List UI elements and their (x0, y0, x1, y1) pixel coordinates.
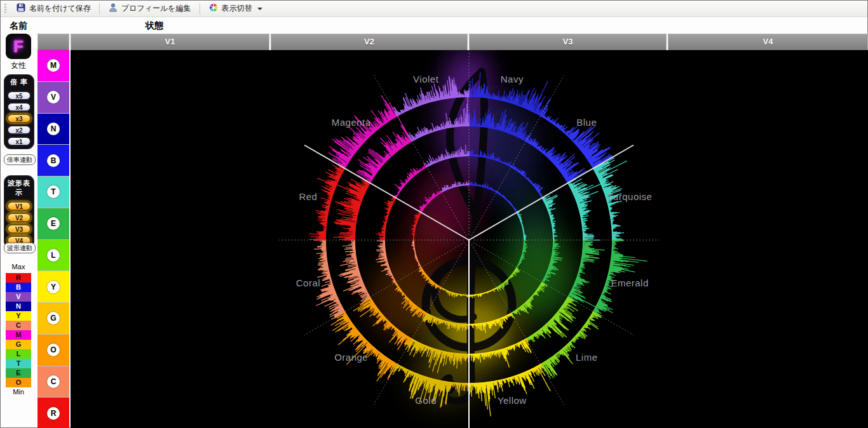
radial-waveform-chart: NavyBlueTurquoiseEmeraldLimeYellowGoldOr… (71, 50, 868, 428)
pitch-cell-l[interactable]: L (37, 240, 69, 272)
wave-v2-button[interactable]: V2 (7, 213, 31, 222)
scale-band-c: C (6, 321, 31, 330)
column-header-v1[interactable]: V1 (71, 34, 269, 50)
pitch-letter: E (47, 217, 60, 230)
scale-band-v: V (6, 292, 31, 302)
color-wheel-icon (208, 3, 219, 15)
scale-band-g: G (6, 340, 31, 349)
profile-initial: F (13, 37, 24, 57)
toolbar-grip[interactable] (4, 4, 6, 14)
sector-label-yellow: Yellow (498, 395, 527, 406)
wave-v1-button[interactable]: V1 (7, 201, 31, 211)
pitch-cell-t[interactable]: T (37, 177, 69, 208)
pitch-cell-n[interactable]: N (37, 114, 69, 145)
mag-x4-button[interactable]: x4 (7, 102, 31, 112)
pitch-cell-g[interactable]: G (37, 303, 69, 335)
pitch-letter: V (47, 91, 60, 104)
scale-band-n: N (6, 302, 31, 311)
sector-label-lime: Lime (576, 352, 598, 363)
scale-band-r: R (6, 273, 31, 283)
pitch-cell-b[interactable]: B (37, 145, 69, 177)
wave-v3-button[interactable]: V3 (7, 224, 31, 234)
mag-x5-button[interactable]: x5 (7, 91, 31, 100)
pitch-cell-r[interactable]: R (37, 398, 69, 428)
pitch-cell-y[interactable]: Y (37, 271, 69, 303)
pitch-letter: R (47, 407, 60, 420)
pitch-letter: Y (47, 281, 60, 293)
scale-band-b: B (6, 283, 31, 292)
pitch-letter: M (47, 59, 60, 72)
app-window: 名前を付けて保存 プロフィールを編集 (0, 0, 868, 428)
save-as-button[interactable]: 名前を付けて保存 (11, 2, 95, 16)
name-column-title: 名前 (10, 20, 27, 32)
pitch-color-column: M V N B T E L Y G O C R (37, 50, 69, 428)
magnification-group: 倍 率 x5 x4 x3 x2 x1 (4, 75, 34, 149)
pitch-cell-m[interactable]: M (37, 50, 69, 82)
display-toggle-dropdown[interactable]: 表示切替 (204, 2, 267, 16)
sector-label-blue: Blue (576, 117, 597, 128)
waveform-canvas: NavyBlueTurquoiseEmeraldLimeYellowGoldOr… (71, 50, 868, 428)
sector-label-red: Red (299, 191, 317, 202)
toolbar-separator (99, 3, 100, 15)
scale-band-l: L (6, 349, 31, 359)
scale-band-e: E (6, 368, 31, 378)
pitch-letter: L (47, 249, 60, 262)
status-section-title: 状態 (146, 20, 163, 32)
waveform-link-button[interactable]: 波形連動 (4, 243, 36, 253)
column-header-v4[interactable]: V4 (668, 34, 868, 50)
pitch-cell-e[interactable]: E (37, 208, 69, 240)
sector-label-emerald: Emerald (611, 278, 648, 288)
sector-label-violet: Violet (413, 74, 439, 84)
pitch-letter: G (47, 312, 60, 324)
sector-label-gold: Gold (415, 395, 437, 406)
chevron-down-icon (257, 8, 262, 10)
mag-x1-button[interactable]: x1 (7, 137, 31, 146)
save-as-label: 名前を付けて保存 (29, 3, 91, 14)
mag-x2-button[interactable]: x2 (7, 125, 31, 135)
profile-avatar[interactable]: F (6, 34, 31, 59)
scale-max-label: Max (1, 263, 36, 271)
column-header-v3[interactable]: V3 (469, 34, 667, 50)
magnification-title: 倍 率 (4, 76, 34, 89)
sector-label-navy: Navy (501, 74, 524, 84)
pitch-letter: C (47, 375, 60, 388)
sector-label-magenta: Magenta (332, 117, 371, 128)
edit-profile-label: プロフィールを編集 (121, 3, 191, 14)
scale-band-t: T (6, 359, 31, 368)
sector-label-orange: Orange (334, 352, 368, 363)
waveform-group: 波形表示 V1 V2 V3 V4 (4, 176, 34, 248)
mag-x3-button[interactable]: x3 (7, 114, 31, 123)
save-icon (16, 3, 26, 15)
toolbar-separator-2 (200, 3, 200, 15)
scale-band-y: Y (6, 311, 31, 321)
person-icon (108, 3, 118, 15)
sector-label-coral: Coral (296, 278, 320, 288)
edit-profile-button[interactable]: プロフィールを編集 (104, 2, 196, 16)
gender-label: 女性 (1, 60, 36, 71)
display-toggle-label: 表示切替 (222, 3, 252, 14)
waveform-title: 波形表示 (4, 177, 34, 199)
magnification-link-button[interactable]: 倍率連動 (4, 154, 36, 165)
scale-band-m: M (6, 330, 31, 340)
toolbar: 名前を付けて保存 プロフィールを編集 (1, 1, 867, 17)
scale-min-label: Min (1, 388, 36, 396)
pitch-letter: B (47, 154, 60, 167)
pitch-letter: O (47, 344, 60, 356)
pitch-cell-c[interactable]: C (37, 366, 69, 398)
scale-band-o: O (6, 378, 31, 387)
header-spacer (37, 34, 69, 50)
sector-label-turquoise: Turquoise (607, 191, 653, 202)
pitch-letter: T (47, 185, 60, 198)
pitch-cell-v[interactable]: V (37, 82, 69, 114)
pitch-letter: N (47, 123, 60, 135)
pitch-cell-o[interactable]: O (37, 335, 69, 366)
column-header-v2[interactable]: V2 (271, 34, 468, 50)
